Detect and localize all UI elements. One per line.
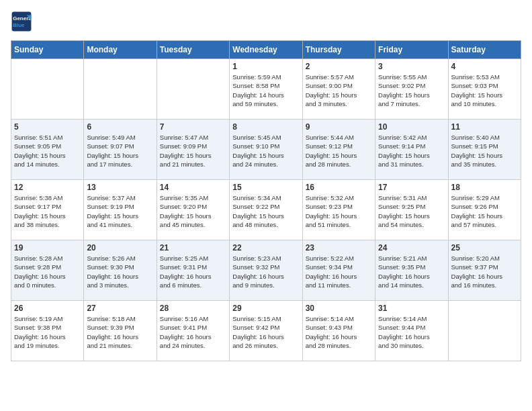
day-number: 26	[14, 304, 81, 313]
day-number: 9	[306, 122, 372, 132]
day-info: Sunrise: 5:23 AM Sunset: 9:32 PM Dayligh…	[232, 254, 299, 289]
day-number: 12	[14, 183, 81, 192]
day-number: 25	[451, 243, 518, 253]
day-cell	[448, 301, 521, 361]
day-cell: 1Sunrise: 5:59 AM Sunset: 8:58 PM Daylig…	[230, 59, 302, 120]
day-info: Sunrise: 5:25 AM Sunset: 9:31 PM Dayligh…	[160, 254, 226, 289]
day-cell	[84, 59, 157, 120]
day-info: Sunrise: 5:31 AM Sunset: 9:25 PM Dayligh…	[378, 193, 445, 229]
header-cell-thursday: Thursday	[302, 41, 375, 59]
day-cell: 22Sunrise: 5:23 AM Sunset: 9:32 PM Dayli…	[230, 240, 302, 301]
week-row-2: 5Sunrise: 5:51 AM Sunset: 9:05 PM Daylig…	[11, 120, 521, 180]
day-cell: 21Sunrise: 5:25 AM Sunset: 9:31 PM Dayli…	[157, 240, 229, 301]
day-number: 7	[160, 122, 226, 132]
day-cell: 5Sunrise: 5:51 AM Sunset: 9:05 PM Daylig…	[11, 120, 84, 180]
day-number: 10	[378, 122, 445, 132]
day-cell: 29Sunrise: 5:15 AM Sunset: 9:42 PM Dayli…	[230, 301, 302, 361]
day-info: Sunrise: 5:37 AM Sunset: 9:19 PM Dayligh…	[87, 193, 153, 229]
day-number: 3	[378, 62, 445, 71]
day-number: 18	[451, 183, 518, 192]
day-number: 20	[87, 243, 153, 253]
top-bar: General Blue	[11, 11, 521, 35]
day-number: 6	[87, 122, 153, 132]
header-cell-friday: Friday	[375, 41, 448, 59]
day-info: Sunrise: 5:57 AM Sunset: 9:00 PM Dayligh…	[306, 73, 372, 108]
day-cell: 18Sunrise: 5:29 AM Sunset: 9:26 PM Dayli…	[448, 180, 521, 240]
day-cell: 8Sunrise: 5:45 AM Sunset: 9:10 PM Daylig…	[230, 120, 302, 180]
day-cell: 31Sunrise: 5:14 AM Sunset: 9:44 PM Dayli…	[375, 301, 448, 361]
day-number: 28	[160, 304, 226, 313]
day-cell: 7Sunrise: 5:47 AM Sunset: 9:09 PM Daylig…	[157, 120, 229, 180]
header-cell-tuesday: Tuesday	[157, 41, 229, 59]
day-cell: 3Sunrise: 5:55 AM Sunset: 9:02 PM Daylig…	[375, 59, 448, 120]
day-number: 13	[87, 183, 153, 192]
day-cell: 2Sunrise: 5:57 AM Sunset: 9:00 PM Daylig…	[302, 59, 375, 120]
day-info: Sunrise: 5:47 AM Sunset: 9:09 PM Dayligh…	[160, 133, 226, 169]
day-cell: 4Sunrise: 5:53 AM Sunset: 9:03 PM Daylig…	[448, 59, 521, 120]
day-cell: 19Sunrise: 5:28 AM Sunset: 9:28 PM Dayli…	[11, 240, 84, 301]
day-number: 19	[14, 243, 81, 253]
day-number: 4	[451, 62, 518, 71]
day-number: 31	[378, 304, 445, 313]
day-number: 14	[160, 183, 226, 192]
header-cell-wednesday: Wednesday	[230, 41, 302, 59]
day-number: 1	[232, 62, 299, 71]
day-cell: 15Sunrise: 5:34 AM Sunset: 9:22 PM Dayli…	[230, 180, 302, 240]
day-cell: 11Sunrise: 5:40 AM Sunset: 9:15 PM Dayli…	[448, 120, 521, 180]
header-cell-monday: Monday	[84, 41, 157, 59]
day-cell: 10Sunrise: 5:42 AM Sunset: 9:14 PM Dayli…	[375, 120, 448, 180]
day-info: Sunrise: 5:42 AM Sunset: 9:14 PM Dayligh…	[378, 133, 445, 169]
day-info: Sunrise: 5:14 AM Sunset: 9:43 PM Dayligh…	[306, 314, 372, 350]
day-info: Sunrise: 5:44 AM Sunset: 9:12 PM Dayligh…	[306, 133, 372, 169]
day-info: Sunrise: 5:38 AM Sunset: 9:17 PM Dayligh…	[14, 193, 81, 229]
day-number: 27	[87, 304, 153, 313]
day-number: 5	[14, 122, 81, 132]
day-info: Sunrise: 5:53 AM Sunset: 9:03 PM Dayligh…	[451, 73, 518, 108]
day-cell: 26Sunrise: 5:19 AM Sunset: 9:38 PM Dayli…	[11, 301, 84, 361]
day-number: 8	[232, 122, 299, 132]
day-info: Sunrise: 5:29 AM Sunset: 9:26 PM Dayligh…	[451, 193, 518, 229]
day-info: Sunrise: 5:26 AM Sunset: 9:30 PM Dayligh…	[87, 254, 153, 289]
day-number: 16	[306, 183, 372, 192]
day-info: Sunrise: 5:51 AM Sunset: 9:05 PM Dayligh…	[14, 133, 81, 169]
day-info: Sunrise: 5:19 AM Sunset: 9:38 PM Dayligh…	[14, 314, 81, 350]
logo: General Blue	[11, 11, 35, 32]
day-number: 23	[306, 243, 372, 253]
day-info: Sunrise: 5:15 AM Sunset: 9:42 PM Dayligh…	[232, 314, 299, 350]
header-cell-saturday: Saturday	[448, 41, 521, 59]
day-number: 2	[306, 62, 372, 71]
day-cell: 14Sunrise: 5:35 AM Sunset: 9:20 PM Dayli…	[157, 180, 229, 240]
header-cell-sunday: Sunday	[11, 41, 84, 59]
day-info: Sunrise: 5:40 AM Sunset: 9:15 PM Dayligh…	[451, 133, 518, 169]
day-cell	[157, 59, 229, 120]
week-row-4: 19Sunrise: 5:28 AM Sunset: 9:28 PM Dayli…	[11, 240, 521, 301]
day-cell: 30Sunrise: 5:14 AM Sunset: 9:43 PM Dayli…	[302, 301, 375, 361]
week-row-5: 26Sunrise: 5:19 AM Sunset: 9:38 PM Dayli…	[11, 301, 521, 361]
header-row: SundayMondayTuesdayWednesdayThursdayFrid…	[11, 41, 521, 59]
svg-text:Blue: Blue	[13, 22, 25, 28]
day-info: Sunrise: 5:18 AM Sunset: 9:39 PM Dayligh…	[87, 314, 153, 350]
day-info: Sunrise: 5:34 AM Sunset: 9:22 PM Dayligh…	[232, 193, 299, 229]
day-cell: 9Sunrise: 5:44 AM Sunset: 9:12 PM Daylig…	[302, 120, 375, 180]
day-cell: 20Sunrise: 5:26 AM Sunset: 9:30 PM Dayli…	[84, 240, 157, 301]
day-number: 22	[232, 243, 299, 253]
day-info: Sunrise: 5:21 AM Sunset: 9:35 PM Dayligh…	[378, 254, 445, 289]
day-info: Sunrise: 5:45 AM Sunset: 9:10 PM Dayligh…	[232, 133, 299, 169]
day-info: Sunrise: 5:59 AM Sunset: 8:58 PM Dayligh…	[232, 73, 299, 108]
week-row-3: 12Sunrise: 5:38 AM Sunset: 9:17 PM Dayli…	[11, 180, 521, 240]
day-number: 29	[232, 304, 299, 313]
day-cell: 16Sunrise: 5:32 AM Sunset: 9:23 PM Dayli…	[302, 180, 375, 240]
day-info: Sunrise: 5:32 AM Sunset: 9:23 PM Dayligh…	[306, 193, 372, 229]
day-info: Sunrise: 5:14 AM Sunset: 9:44 PM Dayligh…	[378, 314, 445, 350]
week-row-1: 1Sunrise: 5:59 AM Sunset: 8:58 PM Daylig…	[11, 59, 521, 120]
day-number: 15	[232, 183, 299, 192]
calendar-table: SundayMondayTuesdayWednesdayThursdayFrid…	[11, 40, 521, 361]
day-info: Sunrise: 5:35 AM Sunset: 9:20 PM Dayligh…	[160, 193, 226, 229]
day-number: 21	[160, 243, 226, 253]
day-cell: 12Sunrise: 5:38 AM Sunset: 9:17 PM Dayli…	[11, 180, 84, 240]
day-info: Sunrise: 5:55 AM Sunset: 9:02 PM Dayligh…	[378, 73, 445, 108]
day-number: 17	[378, 183, 445, 192]
day-number: 11	[451, 122, 518, 132]
day-cell: 27Sunrise: 5:18 AM Sunset: 9:39 PM Dayli…	[84, 301, 157, 361]
day-info: Sunrise: 5:49 AM Sunset: 9:07 PM Dayligh…	[87, 133, 153, 169]
